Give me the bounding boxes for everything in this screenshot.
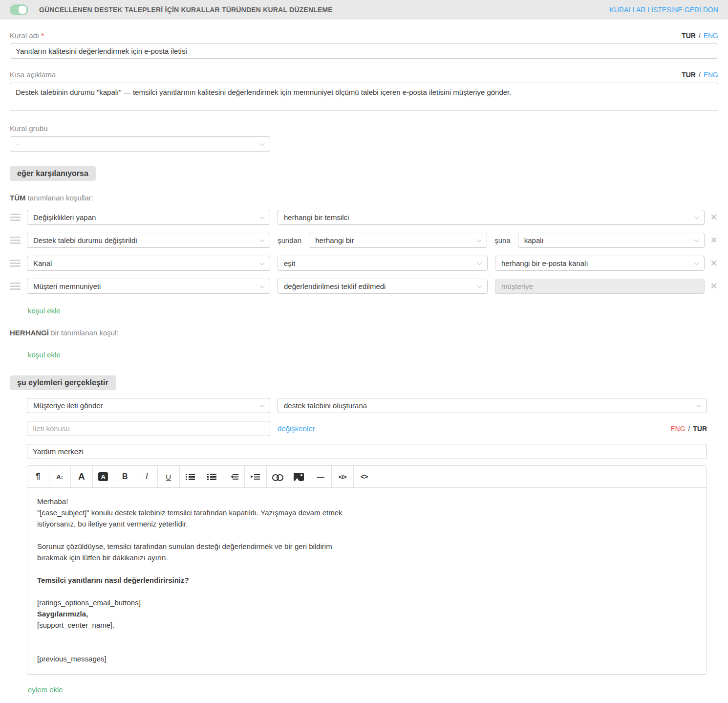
condition-to-select[interactable]: kapalı [518,233,705,248]
lang-eng-link[interactable]: ENG [704,71,718,79]
rule-group-select[interactable]: – [10,136,270,152]
editor-line: istiyorsanız, bu iletiye yanıt vermeniz … [37,518,697,529]
chevron-down-icon [260,283,265,288]
editor-line: bırakmak için lütfen bir dakikanızı ayır… [37,552,697,563]
indent-button[interactable] [245,466,267,487]
chevron-down-icon [694,260,699,265]
remove-condition-button[interactable]: ✕ [709,212,718,222]
chevron-down-icon [477,283,482,288]
rule-edit-form: Kural adı * TUR / ENG Kısa açıklama TUR … [0,31,728,703]
source-icon: <> [361,473,367,481]
perform-actions-chip: şu eylemleri gerçekleştir [10,375,116,390]
condition-from-select[interactable]: herhangi bir [309,233,487,248]
ordered-list-button[interactable] [201,466,223,487]
condition-field-select[interactable]: Kanal [27,256,270,271]
drag-handle-icon[interactable] [10,283,21,290]
lang-eng-link[interactable]: ENG [704,32,718,40]
condition-value-select[interactable]: herhangi bir e-posta kanalı [495,256,705,271]
link-button[interactable] [267,466,289,487]
rule-group-label: Kural grubu [10,124,48,132]
condition-row: Destek talebi durumu değiştirildi şundan… [10,233,718,248]
editor-line: [ratings_options_email_buttons] [37,597,697,608]
rule-enabled-toggle[interactable] [10,4,28,15]
editor-body[interactable]: Merhaba!"[case_subject]" konulu destek t… [27,488,707,675]
editor-line: Sorunuz çözüldüyse, temsilci tarafından … [37,541,697,552]
condition-field-select[interactable]: Değişiklikleri yapan [27,210,270,225]
lang-tur-active: TUR [693,425,707,433]
to-label: şuna [494,236,511,244]
chevron-down-icon [477,260,482,265]
condition-row: Kanal eşit herhangi bir e-posta kanalı ✕ [10,256,718,271]
remove-condition-button[interactable]: ✕ [709,258,718,268]
highlight-icon: A [98,472,108,481]
condition-value-select[interactable]: herhangi bir temsilci [278,210,705,225]
message-title-input[interactable] [27,444,707,459]
unordered-list-button[interactable] [180,466,202,487]
chevron-down-icon [260,214,265,219]
any-conditions-heading: HERHANGİ bir tanımlanan koşul: [10,329,718,337]
remove-condition-button[interactable]: ✕ [709,235,718,245]
underline-icon: U [166,473,171,481]
condition-field-select[interactable]: Müşteri memnuniyeti [27,279,270,294]
editor-line: [previous_messages] [37,653,697,664]
rule-name-label: Kural adı * [10,31,44,40]
outdent-button[interactable] [223,466,245,487]
italic-icon: I [146,472,148,481]
horizontal-rule-icon: — [317,473,324,481]
underline-button[interactable]: U [158,466,180,487]
message-subject-input[interactable] [27,421,270,436]
font-size-icon: A↕ [56,473,63,481]
code-button[interactable]: </> [332,466,354,487]
lang-eng-link[interactable]: ENG [670,425,685,433]
variables-link[interactable]: değişkenler [278,424,315,433]
drag-handle-icon[interactable] [10,214,21,221]
condition-field-select[interactable]: Destek talebi durumu değiştirildi [27,233,270,248]
bold-button[interactable]: B [114,466,136,487]
unordered-list-icon [186,474,195,480]
condition-operator-select[interactable]: eşit [278,256,488,271]
add-condition-link[interactable]: koşul ekle [28,351,61,359]
from-label: şundan [278,236,301,244]
chevron-down-icon [477,237,482,242]
add-condition-link[interactable]: koşul ekle [28,307,61,315]
chevron-down-icon [260,402,265,407]
code-icon: </> [339,473,346,481]
editor-line [37,586,697,597]
paragraph-button[interactable]: ¶ [27,466,49,487]
condition-row: Değişiklikleri yapan herhangi bir temsil… [10,210,718,225]
condition-row: Müşteri memnuniyeti değerlendirilmesi te… [10,279,718,294]
font-size-button[interactable]: A↕ [49,466,71,487]
outdent-icon [229,474,238,480]
drag-handle-icon[interactable] [10,260,21,267]
text-color-icon: A [78,471,85,482]
condition-operator-select[interactable]: değerlendirilmesi teklif edilmedi [278,279,488,294]
message-language-toggle: ENG / TUR [670,425,707,433]
text-color-button[interactable]: A [71,466,93,487]
horizontal-rule-button[interactable]: — [310,466,332,487]
editor-line [37,529,697,541]
editor-line [37,631,697,642]
action-recipient-select[interactable]: destek talebini oluşturana [278,398,707,413]
remove-condition-button[interactable]: ✕ [709,281,718,291]
condition-value-disabled-input: müşteriye [495,279,705,294]
bold-icon: B [122,472,128,481]
lang-tur-active: TUR [682,71,696,79]
editor-line: Saygılarımızla, [37,608,697,619]
italic-button[interactable]: I [136,466,158,487]
image-button[interactable] [288,466,310,487]
editor-line: "[case_subject]" konulu destek talebiniz… [37,507,697,518]
source-button[interactable]: <> [354,466,376,487]
description-textarea[interactable]: Destek talebinin durumu "kapalı" — temsi… [10,83,718,111]
chevron-down-icon [260,141,265,146]
rule-name-input[interactable] [10,44,718,59]
back-to-rules-link[interactable]: KURALLAR LİSTESİNE GERİ DÖN [609,6,718,14]
editor-line [37,642,697,653]
highlight-button[interactable]: A [93,466,115,487]
message-editor: ¶A↕AABIU—</><> Merhaba!"[case_subject]" … [27,465,707,675]
drag-handle-icon[interactable] [10,237,21,244]
subject-row: değişkenler ENG / TUR [27,421,707,436]
add-action-link[interactable]: eylem ekle [28,685,63,694]
editor-line: Temsilci yanıtlarını nasıl değerlendirir… [37,574,697,586]
editor-line [37,563,697,574]
action-type-select[interactable]: Müşteriye ileti gönder [27,398,270,413]
